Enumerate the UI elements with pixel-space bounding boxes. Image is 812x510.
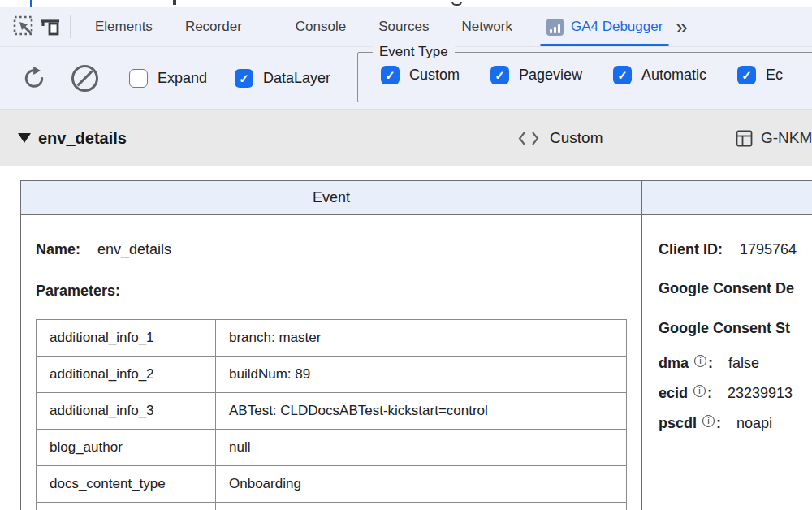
info-icon[interactable] <box>693 385 706 397</box>
client-id-label: Client ID: <box>659 241 723 257</box>
tabbar-separator <box>70 15 71 38</box>
parameters-label: Parameters: <box>36 283 641 300</box>
pageview-checkbox[interactable] <box>490 66 509 84</box>
ga4-chart-icon <box>546 19 564 36</box>
parameters-table: additional_info_1 branch: master additio… <box>36 319 627 510</box>
ecommerce-filter-item[interactable]: Ec <box>737 66 783 84</box>
pageview-label: Pageview <box>519 67 582 84</box>
device-toolbar-button[interactable] <box>37 14 63 40</box>
client-id-row: Client ID: 1795764 <box>659 241 812 258</box>
inspect-element-button[interactable] <box>11 14 37 40</box>
ecid-row: ecid: 23239913 <box>659 385 812 402</box>
event-collapse-toggle[interactable]: env_details <box>18 129 127 148</box>
triangle-down-icon <box>18 133 31 143</box>
table-row: blog_author null <box>37 430 627 466</box>
expand-checkbox-item[interactable]: Expand <box>129 69 207 88</box>
param-key: additional_info_3 <box>37 393 216 430</box>
info-icon[interactable] <box>694 355 706 367</box>
table-row: additional_info_1 branch: master <box>37 320 627 357</box>
inspect-icon <box>12 15 37 39</box>
event-type-legend: Event Type <box>373 44 455 60</box>
datalayer-checkbox[interactable] <box>235 69 253 88</box>
automatic-label: Automatic <box>641 67 706 84</box>
custom-checkbox[interactable] <box>381 66 400 84</box>
measurement-id-value: G-NKM <box>761 129 812 147</box>
consent-default-label: Google Consent De <box>659 280 812 297</box>
text-caret <box>30 0 32 7</box>
tab-network[interactable]: Network <box>446 7 529 46</box>
dma-label: dma <box>659 355 689 371</box>
pscdl-value: noapi <box>736 415 772 431</box>
event-type-value: Custom <box>550 129 603 147</box>
event-detail-area: Event Name: env_details Parameters: addi… <box>0 166 812 510</box>
info-icon[interactable] <box>702 415 715 427</box>
measurement-id-badge: G-NKM <box>736 129 812 147</box>
name-value: env_details <box>97 241 171 257</box>
dma-value: false <box>728 355 759 371</box>
param-value: ABTest: CLDDocsABTest-kickstart=control <box>216 393 627 430</box>
event-name-row: Name: env_details <box>36 241 641 258</box>
table-grid-icon <box>736 130 753 147</box>
param-key: blog_author <box>37 430 216 466</box>
ecid-value: 23239913 <box>728 385 793 401</box>
tab-ga4-debugger-label: GA4 Debugger <box>571 19 663 35</box>
param-key: docs_content_type <box>37 466 216 503</box>
datalayer-label: DataLayer <box>263 70 330 87</box>
dma-row: dma: false <box>659 355 812 372</box>
tab-elements[interactable]: Elements <box>79 7 169 46</box>
event-cell: Name: env_details Parameters: additional… <box>21 215 642 510</box>
tab-sources[interactable]: Sources <box>362 7 445 46</box>
clipped-text-fragment <box>173 0 176 5</box>
param-value: Onboarding <box>216 466 627 503</box>
device-toolbar-icon <box>38 15 63 39</box>
automatic-checkbox[interactable] <box>613 66 632 84</box>
event-section-header[interactable]: env_details Custom G-NKM <box>0 110 812 166</box>
tab-recorder[interactable]: Recorder <box>169 7 258 46</box>
details-cell: Client ID: 1795764 Google Consent De Goo… <box>642 215 812 510</box>
event-detail-table: Event Name: env_details Parameters: addi… <box>20 180 812 510</box>
tab-console[interactable]: Console <box>279 7 362 46</box>
custom-filter-item[interactable]: Custom <box>381 66 460 84</box>
automatic-filter-item[interactable]: Automatic <box>613 66 706 84</box>
ecid-label: ecid <box>659 385 688 401</box>
event-type-filter-group: Event Type Custom Pageview Automatic Ec <box>357 52 812 102</box>
param-value: null <box>216 430 627 466</box>
ecommerce-label: Ec <box>766 67 783 84</box>
ga4-debugger-toolbar: Expand DataLayer Event Type Custom Pagev… <box>0 47 812 110</box>
param-value: branch: master <box>216 320 627 357</box>
refresh-button[interactable] <box>21 65 47 91</box>
event-column-header: Event <box>21 181 642 215</box>
code-brackets-icon <box>518 131 539 146</box>
table-row: additional_info_2 buildNum: 89 <box>37 357 627 393</box>
param-key: docs_current_theme <box>37 503 216 510</box>
event-name-heading: env_details <box>38 129 127 148</box>
param-key: additional_info_2 <box>37 357 216 393</box>
custom-label: Custom <box>409 67 460 84</box>
expand-label: Expand <box>158 70 207 87</box>
event-type-badge: Custom <box>518 129 603 147</box>
name-label: Name: <box>36 241 80 257</box>
tab-ga4-debugger[interactable]: GA4 Debugger <box>535 7 674 46</box>
clear-events-button[interactable] <box>71 65 98 92</box>
clipped-text-fragment <box>451 2 462 6</box>
table-row: docs_current_theme light <box>37 503 627 510</box>
refresh-icon <box>21 63 47 93</box>
table-row: docs_content_type Onboarding <box>37 466 627 503</box>
page-behind-devtools <box>0 0 812 7</box>
details-column-header <box>642 181 812 215</box>
expand-checkbox[interactable] <box>129 69 148 88</box>
pscdl-row: pscdl: noapi <box>659 415 812 432</box>
pageview-filter-item[interactable]: Pageview <box>490 66 582 84</box>
devtools-tabbar: Elements Recorder Console Sources Networ… <box>0 7 812 47</box>
table-row: additional_info_3 ABTest: CLDDocsABTest-… <box>37 393 627 430</box>
consent-state-label: Google Consent St <box>659 320 812 337</box>
pscdl-label: pscdl <box>659 415 697 431</box>
param-value: light <box>216 503 627 510</box>
client-id-value: 1795764 <box>740 241 797 257</box>
param-value: buildNum: 89 <box>216 357 627 393</box>
datalayer-checkbox-item[interactable]: DataLayer <box>235 69 330 88</box>
param-key: additional_info_1 <box>37 320 216 357</box>
ecommerce-checkbox[interactable] <box>737 66 756 84</box>
more-tabs-chevron-icon[interactable]: » <box>676 15 685 40</box>
